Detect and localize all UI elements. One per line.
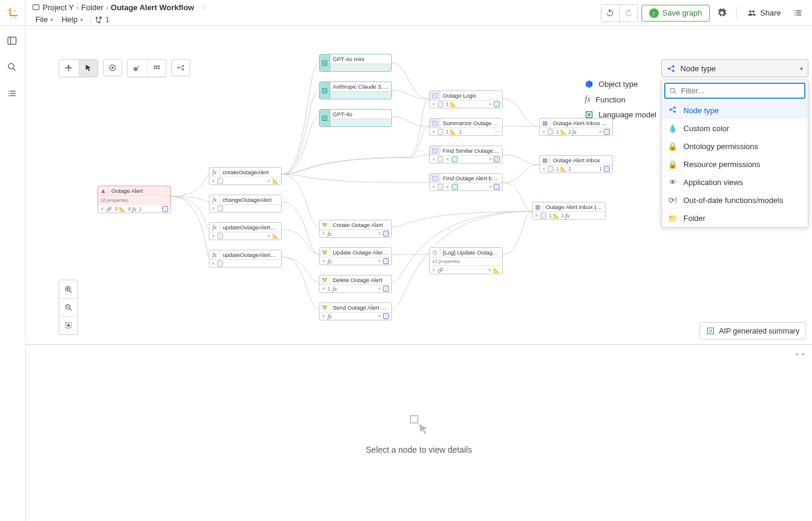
node-gpt4o-mini[interactable]: GPT-4o mini <box>319 54 392 72</box>
zoom-in-button[interactable] <box>59 280 77 298</box>
svg-text:✕: ✕ <box>137 65 139 68</box>
node-change-outage-alert[interactable]: fxchangeOutageAlert × <box>209 195 282 213</box>
project-icon <box>32 3 40 11</box>
share-button[interactable]: Share <box>743 8 786 17</box>
llm-icon <box>320 54 330 71</box>
table-icon: ▦ <box>533 202 543 211</box>
move-icon <box>65 64 73 72</box>
target-icon <box>108 63 117 72</box>
tool-select[interactable] <box>78 60 98 77</box>
node-type-selector[interactable]: Node type ▾ <box>661 59 808 77</box>
legend-function: fxFunction <box>585 95 656 104</box>
node-update-category[interactable]: fxupdateOutageAlertCategory ××📐 <box>209 222 282 240</box>
svg-rect-18 <box>158 65 159 66</box>
node-outage-alert[interactable]: ▲Outage Alert 16 properties <box>98 186 171 207</box>
app-logo[interactable] <box>0 0 26 26</box>
collapse-button[interactable]: ⌄⌄ <box>794 349 806 357</box>
undo-button[interactable] <box>601 5 619 22</box>
compute-icon <box>430 174 440 183</box>
node-inbox-copy[interactable]: ▦Outage Alert Inbox (Copy) ×1 📐 1 fx <box>532 202 606 220</box>
node-type-icon <box>667 64 676 73</box>
eye-icon: 👁 <box>668 178 677 187</box>
svg-point-31 <box>670 108 672 111</box>
menu-file[interactable]: File▾ <box>32 14 57 25</box>
svg-point-33 <box>674 110 676 113</box>
folder-icon: 📁 <box>668 214 677 223</box>
breadcrumb-folder[interactable]: Folder <box>81 3 104 12</box>
node-inbox[interactable]: ▦Outage Alert Inbox ×1 📐 21 <box>539 155 613 173</box>
node-send-notif[interactable]: ⚒Send Outage Alert Notificatio… ×fx× <box>319 302 392 320</box>
legend: Object type fxFunction Language model <box>585 80 656 119</box>
svg-rect-19 <box>154 68 155 69</box>
tool-flow[interactable] <box>171 59 190 76</box>
tool-grid[interactable] <box>147 60 166 77</box>
filter-input-wrap[interactable] <box>664 83 805 99</box>
cursor-icon <box>84 64 93 72</box>
node-log-update[interactable]: ◷[Log] Update Outage Alert Cate… 11 prop… <box>429 247 503 274</box>
svg-line-35 <box>69 290 71 292</box>
svg-point-3 <box>8 63 14 69</box>
breadcrumb-current: Outage Alert Workflow <box>111 3 194 12</box>
option-resource-permissions[interactable]: 🔒Resource permissions <box>662 155 808 173</box>
option-ontology-permissions[interactable]: 🔒Ontology permissions <box>662 137 808 155</box>
breadcrumb: Project Y › Folder › Outage Alert Workfl… <box>26 0 601 13</box>
tool-target[interactable] <box>103 59 122 76</box>
save-graph-button[interactable]: ↑ Save graph <box>641 5 710 22</box>
svg-line-30 <box>674 92 676 93</box>
zoom-out-button[interactable] <box>59 298 77 316</box>
aip-summary-button[interactable]: AIP generated summary <box>700 322 806 340</box>
table-icon: ▦ <box>540 119 551 128</box>
crop-icon <box>7 7 19 19</box>
option-application-views[interactable]: 👁Application views <box>662 173 808 191</box>
gavel-icon: ⚒ <box>320 275 330 284</box>
branch-count[interactable]: 1 <box>95 15 110 24</box>
lock-icon: 🔒 <box>668 160 677 169</box>
svg-point-29 <box>670 88 674 92</box>
svg-point-28 <box>672 69 674 72</box>
tool-clean[interactable]: ✕ <box>127 60 147 77</box>
menu-help[interactable]: Help▾ <box>58 14 87 25</box>
star-icon[interactable]: ☆ <box>200 2 208 12</box>
warning-icon: ▲ <box>98 186 109 195</box>
option-out-of-date[interactable]: ⟳!Out-of-date functions/models <box>662 191 808 209</box>
node-update-notification[interactable]: fxupdateOutageAlertNotificatio… × <box>209 250 282 268</box>
search-icon[interactable] <box>7 62 19 74</box>
option-node-type[interactable]: Node type <box>662 101 808 119</box>
redo-button[interactable] <box>619 5 637 22</box>
node-inbox-logic[interactable]: ▦Outage Alert Inbox with Logic ×1 📐 2 fx… <box>539 118 613 136</box>
graph-canvas[interactable]: ▲Outage Alert 16 properties ×🔗5 📐6 fx1 f… <box>26 26 812 344</box>
drop-icon: 💧 <box>668 124 677 133</box>
svg-line-4 <box>13 68 16 71</box>
chevron-down-icon: ▾ <box>800 65 803 72</box>
option-custom-color[interactable]: 💧Custom color <box>662 119 808 137</box>
search-icon <box>669 87 677 95</box>
svg-point-32 <box>674 106 676 108</box>
svg-rect-17 <box>156 65 157 66</box>
tool-pan[interactable] <box>59 60 78 77</box>
node-gpt4o[interactable]: GPT-4o <box>319 109 392 127</box>
filter-input[interactable] <box>681 86 801 95</box>
compute-icon <box>430 146 440 155</box>
alert-icon: ⟳! <box>668 196 677 205</box>
node-find-by-de[interactable]: Find Outage Alert based on de… ××× <box>429 173 503 191</box>
option-folder[interactable]: 📁Folder <box>662 209 808 227</box>
redo-icon <box>624 8 633 17</box>
panel-icon[interactable] <box>7 35 19 47</box>
node-create-outage-alert[interactable]: fxcreateOutageAlert ××📐 <box>209 167 282 185</box>
node-summarize[interactable]: Summarize Outage Alert Incid… ×1 📐1 ⋯ <box>429 118 503 136</box>
node-delete-action[interactable]: ⚒Delete Outage Alert ×1fx× <box>319 275 392 293</box>
details-panel: ⌄⌄ Select a node to view details <box>26 344 812 521</box>
svg-rect-16 <box>154 65 155 66</box>
settings-button[interactable] <box>713 5 730 22</box>
svg-rect-11 <box>433 176 437 180</box>
node-claude[interactable]: Anthropic Claude 3.5 Sonnet <box>319 81 392 99</box>
gavel-icon: ⚒ <box>320 303 330 312</box>
node-find-similar[interactable]: Find Similar Outage Alerts ××× <box>429 146 503 163</box>
node-create-action[interactable]: ⚒Create Outage Alert ×fx× <box>319 220 392 238</box>
layers-icon[interactable] <box>7 88 19 100</box>
list-button[interactable] <box>789 5 806 22</box>
zoom-fit-button[interactable] <box>59 316 77 334</box>
node-update-cat-action[interactable]: ⚒Update Outage Alert Category ×fx× <box>319 247 392 265</box>
breadcrumb-project[interactable]: Project Y <box>42 3 74 12</box>
node-outage-logic[interactable]: Outage Logic ×1 📐× <box>429 90 503 108</box>
